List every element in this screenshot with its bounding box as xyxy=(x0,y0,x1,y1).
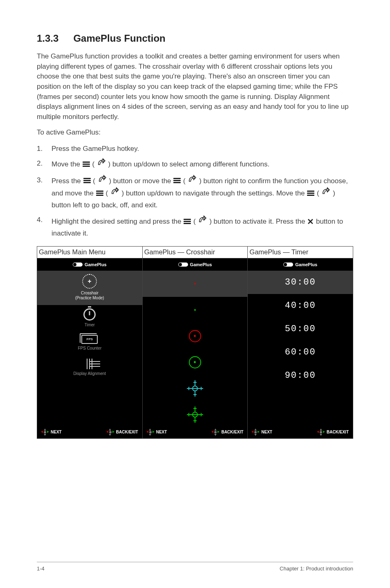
step-number: 1. xyxy=(37,144,52,154)
menu-icon xyxy=(83,161,90,168)
menu-icon xyxy=(173,177,181,184)
crosshair-option-3[interactable] xyxy=(143,323,248,349)
step-text: Press the ( ) button or move the ( ) but… xyxy=(52,175,353,211)
panel-footer: NEXT BACK/EXIT xyxy=(248,426,353,438)
footer-next[interactable]: NEXT xyxy=(252,429,272,435)
crosshair-dot-green-icon xyxy=(194,309,196,311)
align-icon xyxy=(84,359,95,369)
joystick-mini-icon xyxy=(252,429,259,435)
panel-crosshair: GamePlus NEXT xyxy=(143,258,248,438)
joystick-icon xyxy=(198,215,207,227)
crosshair-option-5[interactable] xyxy=(143,375,248,402)
joystick-mini-icon xyxy=(317,429,325,435)
joystick-mini-icon xyxy=(41,429,49,435)
crosshair-option-4[interactable] xyxy=(143,349,248,375)
gameplus-title: GamePlus xyxy=(37,258,142,271)
step-4: 4. Highlight the desired setting and pre… xyxy=(37,215,353,239)
gameplus-title: GamePlus xyxy=(248,258,353,271)
page-number: 1-4 xyxy=(37,566,45,572)
menu-icon xyxy=(96,190,103,197)
fps-icon: FPS xyxy=(81,335,98,344)
joystick-icon xyxy=(110,187,119,199)
lead-line: To active GamePlus: xyxy=(37,128,353,138)
menu-label: Crosshair (Practice Mode) xyxy=(37,291,142,301)
steps-list: 1. Press the GamePlus hotkey. 2. Move th… xyxy=(37,144,353,239)
step-2: 2. Move the ( ) button up/down to select… xyxy=(37,158,353,171)
intro-paragraph: The GamePlus function provides a toolkit… xyxy=(37,52,353,122)
crosshair-option-6[interactable] xyxy=(143,402,248,428)
timer-option-90[interactable]: 90:00 xyxy=(248,364,353,387)
joystick-mini-icon xyxy=(212,429,219,435)
gameplus-title: GamePlus xyxy=(143,258,248,271)
joystick-mini-icon xyxy=(107,429,114,435)
panel-main-menu: GamePlus Crosshair (Practice Mode) Timer… xyxy=(37,258,142,438)
section-title: GamePlus Function xyxy=(73,33,165,44)
gameplus-panels: GamePlus Main Menu GamePlus Crosshair (P… xyxy=(37,246,353,439)
timer-option-40[interactable]: 40:00 xyxy=(248,294,353,317)
crosshair-icon xyxy=(82,274,97,289)
step-1: 1. Press the GamePlus hotkey. xyxy=(37,144,353,154)
step-number: 4. xyxy=(37,215,52,239)
joystick-icon xyxy=(97,158,106,170)
x-icon: ✕ xyxy=(307,215,314,228)
menu-label: Timer xyxy=(37,323,142,328)
menu-item-align[interactable]: Display Alignment xyxy=(37,355,142,381)
pill-icon xyxy=(283,263,293,267)
footer-next[interactable]: NEXT xyxy=(147,429,167,435)
crosshair-ring-green-icon xyxy=(189,356,201,368)
menu-label: Display Alignment xyxy=(37,371,142,377)
joystick-mini-icon xyxy=(147,429,154,435)
page-footer: 1-4 Chapter 1: Product introduction xyxy=(37,562,353,572)
timer-option-30[interactable]: 30:00 xyxy=(248,271,353,294)
joystick-icon xyxy=(98,175,107,187)
chapter-label: Chapter 1: Product introduction xyxy=(280,566,353,572)
menu-icon xyxy=(83,177,91,184)
panel-heading-crosshair: GamePlus — Crosshair xyxy=(143,247,248,258)
step-number: 3. xyxy=(37,175,52,211)
menu-item-timer[interactable]: Timer xyxy=(37,305,142,332)
panel-footer: NEXT BACK/EXIT xyxy=(37,426,142,438)
menu-icon xyxy=(307,190,314,197)
step-3: 3. Press the ( ) button or move the ( ) … xyxy=(37,175,353,211)
step-text: Highlight the desired setting and press … xyxy=(52,215,353,239)
panel-heading-timer: GamePlus — Timer xyxy=(248,247,353,258)
menu-item-crosshair[interactable]: Crosshair (Practice Mode) xyxy=(37,271,142,305)
section-number: 1.3.3 xyxy=(37,33,58,44)
menu-item-fps[interactable]: FPS FPS Counter xyxy=(37,332,142,355)
step-text: Move the ( ) button up/down to select am… xyxy=(52,158,353,171)
crosshair-tick-blue-icon xyxy=(187,380,203,397)
crosshair-option-1[interactable] xyxy=(143,271,248,297)
crosshair-ring-red-icon xyxy=(189,330,201,342)
panel-timer: GamePlus 30:00 40:00 50:00 60:00 90:00 N… xyxy=(248,258,353,438)
joystick-icon xyxy=(188,175,197,187)
footer-back[interactable]: BACK/EXIT xyxy=(107,429,138,435)
step-text: Press the GamePlus hotkey. xyxy=(52,144,353,154)
footer-back[interactable]: BACK/EXIT xyxy=(317,429,349,435)
footer-back[interactable]: BACK/EXIT xyxy=(212,429,243,435)
menu-icon xyxy=(184,218,191,225)
menu-label: FPS Counter xyxy=(37,346,142,351)
panel-footer: NEXT BACK/EXIT xyxy=(143,426,248,438)
section-heading: 1.3.3GamePlus Function xyxy=(37,33,353,44)
timer-option-60[interactable]: 60:00 xyxy=(248,341,353,364)
timer-icon xyxy=(83,308,96,321)
footer-next[interactable]: NEXT xyxy=(41,429,62,435)
timer-option-50[interactable]: 50:00 xyxy=(248,317,353,341)
crosshair-tick-green-icon xyxy=(187,406,203,423)
joystick-icon xyxy=(321,187,330,199)
pill-icon xyxy=(73,263,83,267)
panel-heading-main: GamePlus Main Menu xyxy=(37,247,142,258)
pill-icon xyxy=(178,263,188,267)
step-number: 2. xyxy=(37,158,52,171)
crosshair-option-2[interactable] xyxy=(143,297,248,323)
crosshair-dot-red-icon xyxy=(194,283,196,285)
